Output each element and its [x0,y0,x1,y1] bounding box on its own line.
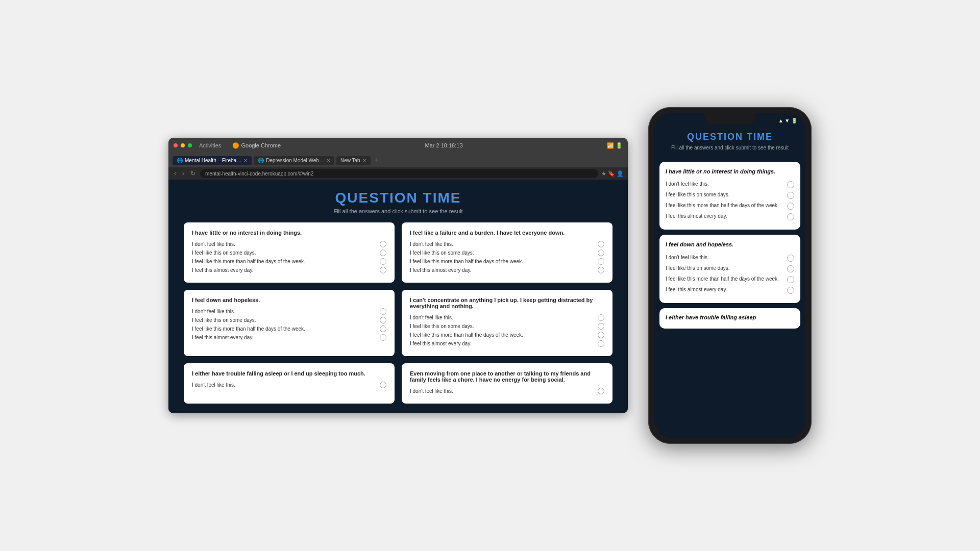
address-field[interactable] [200,169,598,178]
answer-label-6-1: I don't feel like this. [410,388,453,394]
tab-mental-health[interactable]: 🌐 Mental Health – Fireba… ✕ [173,156,252,165]
phone-answer-row-2-3[interactable]: I feel like this more than half the days… [666,276,794,283]
radio-4-3[interactable] [598,332,604,338]
answer-row-3-3[interactable]: I feel like this more than half the days… [192,325,386,332]
radio-1-3[interactable] [380,258,386,265]
radio-1-4[interactable] [380,267,386,273]
phone-screen: ▲ ▼ 🔋 QUESTION TIME Fill all the answers… [654,113,805,438]
phone-card-2: I feel down and hopeless. I don't feel l… [659,235,800,303]
phone-answer-row-2-2[interactable]: I feel like this on some days. [666,265,794,272]
answer-label-1-2: I feel like this on some days. [192,250,256,256]
radio-3-4[interactable] [380,334,386,341]
phone-radio-1-1[interactable] [787,181,794,188]
answer-label-4-4: I feel this almost every day. [410,341,471,346]
answer-row-4-2[interactable]: I feel like this on some days. [410,323,604,330]
question-title-4: I can't concentrate on anything I pick u… [410,297,604,309]
answer-row-6-1[interactable]: I don't feel like this. [410,388,604,394]
phone-card-3-partial: I either have trouble falling asleep [659,308,800,329]
phone-radio-1-4[interactable] [787,213,794,220]
answer-row-4-3[interactable]: I feel like this more than half the days… [410,332,604,338]
browser-chrome: Activities 🟠 Google Chrome Mar 2 10:16:1… [168,138,628,153]
tab-label-2: Depression Model Web… [266,158,324,163]
answer-row-2-3[interactable]: I feel like this more than half the days… [410,258,604,265]
phone-question-title-1: I have little or no interest in doing th… [666,168,794,176]
question-title-3: I feel down and hopeless. [192,297,386,303]
question-card-4: I can't concentrate on anything I pick u… [402,290,612,356]
question-title-6: Even moving from one place to another or… [410,370,604,383]
radio-4-4[interactable] [598,340,604,347]
phone-radio-2-3[interactable] [787,276,794,283]
phone-scroll-area[interactable]: I have little or no interest in doing th… [654,158,805,438]
app-subtitle: Fill all the answers and click submit to… [184,208,612,214]
answer-row-3-4[interactable]: I feel this almost every day. [192,334,386,341]
answer-label-2-3: I feel like this more than half the days… [410,259,523,264]
tab-depression[interactable]: 🌐 Depression Model Web… ✕ [254,156,334,165]
phone-answer-row-1-1[interactable]: I don't feel like this. [666,181,794,188]
answer-row-1-1[interactable]: I don't feel like this. [192,241,386,247]
back-button[interactable]: ‹ [173,170,178,177]
app-content: QUESTION TIME Fill all the answers and c… [168,180,628,413]
reload-button[interactable]: ↻ [189,170,197,177]
close-dot[interactable] [174,143,178,147]
radio-5-1[interactable] [380,382,386,388]
radio-1-1[interactable] [380,241,386,247]
radio-1-2[interactable] [380,249,386,256]
phone-radio-1-2[interactable] [787,192,794,199]
question-title-2: I feel like a failure and a burden. I ha… [410,230,604,236]
radio-2-1[interactable] [598,241,604,247]
minimize-dot[interactable] [181,143,185,147]
radio-2-3[interactable] [598,258,604,265]
questions-grid: I have little or no interest in doing th… [184,222,612,404]
answer-label-1-1: I don't feel like this. [192,241,235,247]
radio-6-1[interactable] [598,388,604,394]
answer-row-3-2[interactable]: I feel like this on some days. [192,317,386,323]
answer-label-2-4: I feel this almost every day. [410,267,471,273]
phone-answer-row-2-4[interactable]: I feel this almost every day. [666,286,794,294]
phone-device: ▲ ▼ 🔋 QUESTION TIME Fill all the answers… [648,107,812,444]
os-menu: Activities [199,142,221,148]
radio-2-2[interactable] [598,249,604,256]
browser-window: Activities 🟠 Google Chrome Mar 2 10:16:1… [168,138,628,413]
phone-radio-2-2[interactable] [787,265,794,272]
phone-radio-2-4[interactable] [787,287,794,294]
forward-button[interactable]: › [181,170,186,177]
answer-row-5-1[interactable]: I don't feel like this. [192,382,386,388]
radio-4-1[interactable] [598,314,604,321]
phone-answer-row-2-1[interactable]: I don't feel like this. [666,254,794,262]
answer-label-4-1: I don't feel like this. [410,315,453,320]
question-card-3: I feel down and hopeless. I don't feel l… [184,290,395,356]
radio-4-2[interactable] [598,323,604,330]
phone-answer-label-1-3: I feel like this more than half the days… [666,202,784,209]
answer-label-3-1: I don't feel like this. [192,309,235,314]
phone-radio-1-3[interactable] [787,203,794,210]
radio-2-4[interactable] [598,267,604,273]
radio-3-1[interactable] [380,308,386,315]
tab-close-1[interactable]: ✕ [243,158,248,163]
new-tab-button[interactable]: + [375,156,379,165]
answer-row-1-2[interactable]: I feel like this on some days. [192,249,386,256]
phone-radio-2-1[interactable] [787,255,794,262]
tab-newtab[interactable]: New Tab ✕ [336,156,371,165]
answer-row-4-1[interactable]: I don't feel like this. [410,314,604,321]
phone-answer-row-1-3[interactable]: I feel like this more than half the days… [666,202,794,210]
answer-row-1-4[interactable]: I feel this almost every day. [192,267,386,273]
answer-row-3-1[interactable]: I don't feel like this. [192,308,386,315]
answer-row-2-4[interactable]: I feel this almost every day. [410,267,604,273]
app-title: QUESTION TIME [184,190,612,206]
phone-header: QUESTION TIME Fill all the answers and c… [654,128,805,158]
radio-3-3[interactable] [380,325,386,332]
tab-close-2[interactable]: ✕ [326,158,330,163]
answer-row-2-1[interactable]: I don't feel like this. [410,241,604,247]
radio-3-2[interactable] [380,317,386,323]
answer-row-1-3[interactable]: I feel like this more than half the days… [192,258,386,265]
phone-answer-label-2-4: I feel this almost every day. [666,286,784,293]
answer-row-4-4[interactable]: I feel this almost every day. [410,340,604,347]
maximize-dot[interactable] [188,143,192,147]
answer-row-2-2[interactable]: I feel like this on some days. [410,249,604,256]
answer-label-3-4: I feel this almost every day. [192,335,253,340]
phone-answer-row-1-4[interactable]: I feel this almost every day. [666,213,794,220]
phone-answer-row-1-2[interactable]: I feel like this on some days. [666,191,794,199]
tab-close-3[interactable]: ✕ [362,158,366,163]
browser-label: 🟠 Google Chrome [232,142,281,149]
phone-app-subtitle: Fill all the answers and click submit to… [662,144,798,152]
